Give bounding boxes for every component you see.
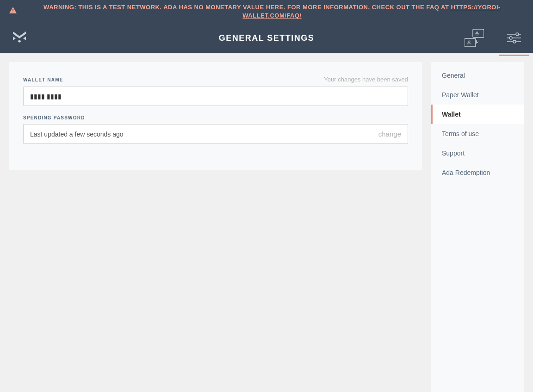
spending-password-label: SPENDING PASSWORD — [23, 115, 85, 120]
header-icon-group — [460, 26, 526, 50]
settings-sliders-icon[interactable] — [502, 30, 526, 46]
sidebar-item-general[interactable]: General — [431, 66, 524, 85]
spending-password-group: SPENDING PASSWORD Last updated a few sec… — [23, 115, 408, 144]
test-network-warning-banner: WARNING: THIS IS A TEST NETWORK. ADA HAS… — [0, 0, 533, 23]
app-header: GENERAL SETTINGS — [0, 23, 533, 53]
warning-text: WARNING: THIS IS A TEST NETWORK. ADA HAS… — [20, 3, 524, 20]
wallet-name-input[interactable] — [23, 87, 408, 106]
sidebar-item-wallet[interactable]: Wallet — [431, 105, 524, 124]
svg-point-6 — [516, 33, 519, 36]
warning-triangle-icon — [9, 7, 17, 16]
daedalus-transfer-icon[interactable] — [460, 26, 489, 50]
spending-password-row: Last updated a few seconds ago change — [23, 124, 408, 144]
sidebar-item-support[interactable]: Support — [431, 143, 524, 163]
main-layout: WALLET NAME Your changes have been saved… — [0, 53, 533, 392]
spending-password-label-row: SPENDING PASSWORD — [23, 115, 408, 120]
svg-rect-0 — [12, 9, 13, 12]
saved-message: Your changes have been saved — [324, 76, 408, 83]
settings-content-panel: WALLET NAME Your changes have been saved… — [9, 62, 422, 170]
sidebar-item-paper-wallet[interactable]: Paper Wallet — [431, 85, 524, 105]
sidebar-item-terms-of-use[interactable]: Terms of use — [431, 124, 524, 143]
wallet-name-group: WALLET NAME Your changes have been saved — [23, 76, 408, 106]
change-password-link[interactable]: change — [378, 130, 401, 138]
settings-sidebar: General Paper Wallet Wallet Terms of use… — [431, 62, 524, 392]
wallet-name-label: WALLET NAME — [23, 77, 63, 82]
yoroi-logo-icon[interactable] — [11, 29, 28, 47]
svg-rect-1 — [12, 12, 13, 13]
wallet-name-label-row: WALLET NAME Your changes have been saved — [23, 76, 408, 83]
svg-point-10 — [513, 40, 516, 43]
page-title: GENERAL SETTINGS — [7, 33, 526, 43]
warning-text-prefix: WARNING: THIS IS A TEST NETWORK. ADA HAS… — [43, 4, 451, 11]
sidebar-item-ada-redemption[interactable]: Ada Redemption — [431, 163, 524, 182]
svg-point-8 — [509, 37, 512, 39]
password-updated-status: Last updated a few seconds ago — [30, 131, 124, 138]
svg-point-4 — [468, 41, 470, 43]
svg-rect-3 — [465, 38, 476, 47]
